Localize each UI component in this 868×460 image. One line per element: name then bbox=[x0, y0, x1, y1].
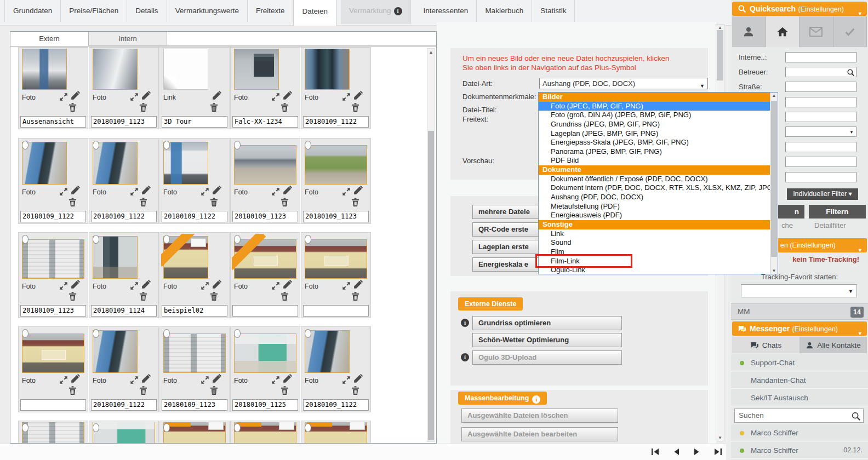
file-title-input[interactable] bbox=[303, 305, 369, 317]
quicksearch-tab-contacts[interactable] bbox=[732, 16, 766, 47]
delete-icon[interactable] bbox=[210, 197, 218, 207]
delete-icon[interactable] bbox=[139, 102, 147, 112]
edit-icon[interactable] bbox=[70, 374, 80, 384]
photo-thumbnail[interactable] bbox=[234, 145, 296, 185]
expand-icon[interactable] bbox=[130, 187, 139, 196]
file-card[interactable]: Foto20180109_1125 bbox=[230, 326, 300, 412]
file-card[interactable]: Foto bbox=[18, 326, 88, 412]
file-title-input[interactable] bbox=[232, 305, 298, 317]
dropdown-option[interactable]: Panorama (JPEG, BMP, GIF, PNG) bbox=[539, 147, 771, 157]
delete-icon[interactable] bbox=[281, 291, 289, 301]
edit-icon[interactable] bbox=[353, 186, 363, 196]
mm-row[interactable]: MM 14 bbox=[731, 303, 868, 320]
delete-icon[interactable] bbox=[139, 291, 147, 301]
file-title-input[interactable]: 20180109_1122 bbox=[91, 399, 157, 411]
file-checkbox[interactable] bbox=[163, 329, 170, 338]
file-card[interactable]: Foto20180109_1122 bbox=[89, 326, 159, 412]
bulk-edit-button[interactable]: Ausgewählte Dateien bearbeiten bbox=[461, 427, 618, 441]
messenger-settings-link[interactable]: (Einstellungen) bbox=[792, 325, 838, 333]
scroll-down-icon[interactable]: ▼ bbox=[716, 435, 724, 440]
expand-icon[interactable] bbox=[271, 281, 280, 290]
expand-icon[interactable] bbox=[342, 281, 351, 290]
expand-icon[interactable] bbox=[59, 187, 68, 196]
photo-thumbnail[interactable] bbox=[22, 239, 84, 279]
file-card[interactable]: Foto20180109_1122 bbox=[301, 326, 371, 412]
quicksearch-tab-objects[interactable] bbox=[766, 16, 800, 47]
file-checkbox[interactable] bbox=[163, 423, 170, 432]
file-title-input[interactable]: 20180109_1122 bbox=[91, 211, 157, 222]
dropdown-scrollbar[interactable]: ▲ ▼ bbox=[770, 93, 778, 274]
dropdown-option[interactable]: Ogulo-Link bbox=[539, 266, 771, 275]
expand-icon[interactable] bbox=[130, 376, 139, 384]
dropdown-option[interactable]: Aushang (PDF, DOC, DOCX) bbox=[539, 193, 771, 202]
file-title-input[interactable]: 20180109_1123 bbox=[20, 305, 86, 317]
scrollbar-thumb[interactable] bbox=[428, 131, 434, 440]
scroll-up-icon[interactable]: ▲ bbox=[427, 49, 435, 56]
file-title-input[interactable]: 20180109_1123 bbox=[232, 211, 298, 222]
edit-icon[interactable] bbox=[353, 91, 363, 101]
expand-icon[interactable] bbox=[201, 281, 209, 290]
file-checkbox[interactable] bbox=[234, 141, 241, 150]
delete-icon[interactable] bbox=[68, 197, 77, 207]
file-card[interactable]: Foto bbox=[301, 232, 371, 318]
nav-tab-grunddaten[interactable]: Grunddaten bbox=[4, 0, 61, 22]
file-checkbox[interactable] bbox=[234, 423, 241, 432]
photo-thumbnail[interactable] bbox=[234, 334, 296, 373]
file-card[interactable]: Foto20180109_1122 bbox=[89, 138, 159, 224]
nav-tab-maklerbuch[interactable]: Maklerbuch bbox=[477, 0, 532, 22]
expand-icon[interactable] bbox=[201, 376, 209, 384]
edit-icon[interactable] bbox=[212, 186, 221, 196]
bulk-edit-button[interactable]: Ausgewählte Dateien löschen bbox=[461, 409, 618, 423]
file-card[interactable]: Link3D Tour bbox=[159, 47, 230, 129]
photo-thumbnail[interactable] bbox=[305, 145, 367, 185]
file-title-input[interactable]: 20180109_1123 bbox=[162, 399, 227, 411]
file-title-input[interactable]: Aussenansicht bbox=[20, 116, 86, 128]
expand-icon[interactable] bbox=[59, 93, 68, 101]
delete-icon[interactable] bbox=[351, 102, 359, 112]
dropdown-option[interactable]: Lageplan (JPEG, BMP, GIF, PNG) bbox=[539, 129, 771, 139]
file-checkbox[interactable] bbox=[93, 235, 99, 244]
first-page-button[interactable] bbox=[649, 447, 661, 457]
quicksearch-input[interactable] bbox=[785, 52, 856, 62]
photo-thumbnail[interactable] bbox=[22, 334, 84, 373]
photo-thumbnail[interactable] bbox=[93, 330, 138, 373]
nav-tab-vermarktungswerte[interactable]: Vermarktungswerte bbox=[167, 0, 248, 22]
tracking-favorit-select[interactable]: ▼ bbox=[741, 284, 857, 297]
expand-icon[interactable] bbox=[342, 187, 351, 196]
photo-thumbnail[interactable] bbox=[22, 49, 67, 90]
file-checkbox[interactable] bbox=[163, 235, 170, 244]
edit-icon[interactable] bbox=[141, 186, 151, 196]
file-checkbox[interactable] bbox=[93, 141, 99, 150]
file-checkbox[interactable] bbox=[22, 141, 28, 150]
delete-icon[interactable] bbox=[139, 386, 147, 395]
edit-icon[interactable] bbox=[141, 91, 151, 101]
dropdown-option[interactable]: Mietaufstellung (PDF) bbox=[539, 202, 771, 211]
expand-icon[interactable] bbox=[130, 281, 139, 290]
nav-tab-dateien[interactable]: Dateien bbox=[293, 0, 336, 26]
quicksearch-input[interactable] bbox=[785, 112, 856, 122]
info-icon[interactable] bbox=[461, 353, 469, 361]
scrollbar-thumb[interactable] bbox=[771, 101, 777, 257]
photo-thumbnail[interactable] bbox=[234, 49, 279, 90]
detail-search-link[interactable]: che bbox=[781, 221, 793, 229]
quicksearch-tab-tasks[interactable] bbox=[833, 16, 867, 47]
external-service-button[interactable]: Schön-Wetter Optimierung bbox=[472, 333, 622, 347]
scrollbar-thumb[interactable] bbox=[717, 30, 723, 81]
previous-page-button[interactable] bbox=[670, 447, 682, 457]
quicksearch-input[interactable]: ▼ bbox=[785, 127, 856, 137]
expand-icon[interactable] bbox=[342, 93, 351, 101]
edit-icon[interactable] bbox=[70, 280, 80, 290]
delete-icon[interactable] bbox=[281, 197, 289, 207]
dropdown-option[interactable]: Dokument intern (PDF, DOC, DOCX, RTF, XL… bbox=[539, 183, 771, 193]
info-icon[interactable] bbox=[532, 395, 540, 404]
chat-list-item[interactable]: Mandanten-Chat bbox=[731, 372, 868, 389]
file-title-input[interactable]: 20180109_1122 bbox=[303, 116, 369, 128]
dropdown-option[interactable]: Grundriss (JPEG, BMP, GIF, PNG) bbox=[539, 120, 771, 129]
expand-icon[interactable] bbox=[271, 93, 280, 101]
tab-alle-kontakte[interactable]: Alle Kontakte bbox=[800, 337, 867, 353]
delete-icon[interactable] bbox=[68, 386, 77, 395]
file-checkbox[interactable] bbox=[234, 235, 241, 244]
edit-icon[interactable] bbox=[282, 280, 292, 290]
dropdown-option[interactable]: Link bbox=[539, 229, 771, 239]
datei-art-select[interactable]: Aushang (PDF, DOC, DOCX) ▼ bbox=[539, 78, 708, 89]
